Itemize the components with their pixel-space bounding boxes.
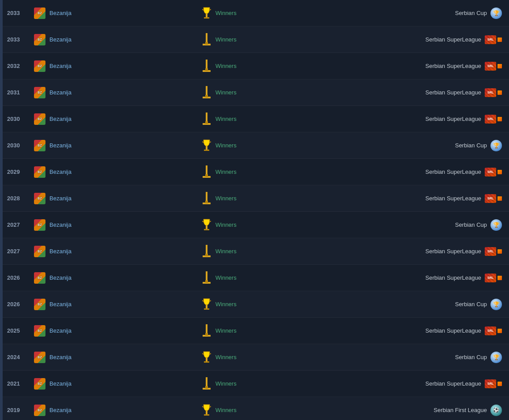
team-cell: BZ Bezanija: [34, 192, 201, 205]
year-cell: 2026: [7, 274, 34, 281]
trophy-icon: [201, 298, 212, 311]
team-name: Bezanija: [49, 327, 72, 334]
competition-cell: Serbian SuperLeague SRL: [290, 115, 502, 124]
team-cell: BZ Bezanija: [34, 219, 201, 231]
team-cell: BZ Bezanija: [34, 272, 201, 284]
trophy-cell: Winners: [201, 298, 290, 311]
team-logo: BZ: [34, 351, 46, 364]
competition-name: Serbian SuperLeague: [426, 380, 482, 387]
team-cell: BZ Bezanija: [34, 166, 201, 178]
trophy-cell: Winners: [201, 60, 290, 73]
team-logo: BZ: [34, 272, 46, 284]
competition-name: Serbian SuperLeague: [426, 89, 482, 96]
svg-rect-37: [204, 308, 209, 310]
svg-rect-26: [206, 225, 207, 229]
table-row: 2026 BZ Bezanija Winners Serbian Cup 🏆: [0, 291, 509, 318]
svg-rect-50: [206, 411, 207, 414]
table-row: 2033 BZ Bezanija Winners Serbian Cup 🏆: [0, 0, 509, 26]
table-row: 2028 BZ Bezanija Winners Serbian SuperLe…: [0, 185, 509, 212]
competition-logo: 🏆: [490, 8, 502, 19]
competition-cell: Serbian SuperLeague SRL: [290, 62, 502, 71]
result-text: Winners: [215, 63, 237, 69]
team-logo: BZ: [34, 404, 46, 416]
trophy-cell: Winners: [201, 86, 290, 99]
team-cell: BZ Bezanija: [34, 34, 201, 46]
competition-name: Serbian SuperLeague: [426, 36, 482, 43]
year-cell: 2031: [7, 89, 34, 96]
result-text: Winners: [215, 142, 237, 149]
competition-name: Serbian SuperLeague: [426, 63, 482, 69]
svg-rect-27: [204, 229, 209, 230]
svg-rect-47: [206, 377, 207, 387]
competition-logo: SRL: [485, 168, 502, 176]
competition-logo: 🏆: [490, 299, 502, 310]
trophy-icon: [201, 7, 212, 20]
result-text: Winners: [215, 116, 237, 122]
trophy-cell: Winners: [201, 192, 290, 205]
svg-rect-32: [205, 254, 208, 256]
svg-rect-10: [206, 86, 207, 96]
svg-rect-16: [206, 146, 207, 150]
svg-line-39: [210, 300, 211, 301]
year-cell: 2030: [7, 142, 34, 149]
table-row: 2032 BZ Bezanija Winners Serbian SuperLe…: [0, 53, 509, 79]
result-text: Winners: [215, 221, 237, 228]
competition-name: Serbian SuperLeague: [426, 195, 482, 202]
team-name: Bezanija: [49, 142, 72, 149]
competition-cell: Serbian SuperLeague SRL: [290, 326, 502, 335]
competition-cell: Serbian SuperLeague SRL: [290, 194, 502, 203]
result-text: Winners: [215, 195, 237, 202]
svg-rect-25: [205, 201, 208, 203]
table-row: 2027 BZ Bezanija Winners Serbian Cup 🏆: [0, 212, 509, 238]
result-text: Winners: [215, 10, 237, 16]
trophy-icon: [201, 324, 212, 338]
svg-line-28: [202, 221, 204, 222]
svg-rect-40: [206, 324, 207, 334]
competition-logo: 🏆: [490, 352, 502, 363]
svg-line-38: [202, 300, 204, 301]
competition-name: Serbian Cup: [455, 301, 487, 308]
svg-rect-6: [205, 42, 208, 45]
svg-line-2: [202, 9, 204, 10]
svg-rect-42: [205, 333, 208, 336]
trophy-icon: [201, 351, 212, 364]
trophy-icon: [201, 404, 212, 417]
svg-rect-12: [205, 95, 208, 98]
competition-cell: Serbian SuperLeague SRL: [290, 247, 502, 256]
result-text: Winners: [215, 89, 237, 96]
trophy-icon: [201, 60, 212, 73]
svg-rect-43: [206, 358, 207, 361]
year-cell: 2026: [7, 301, 34, 308]
competition-name: Serbian Cup: [455, 10, 487, 16]
trophy-cell: Winners: [201, 165, 290, 179]
competition-logo: 🏆: [490, 219, 502, 231]
result-text: Winners: [215, 248, 237, 255]
team-logo: BZ: [34, 7, 46, 19]
trophy-cell: Winners: [201, 404, 290, 417]
table-row: 2021 BZ Bezanija Winners Serbian SuperLe…: [0, 371, 509, 397]
team-logo: BZ: [34, 298, 46, 311]
team-name: Bezanija: [49, 195, 72, 202]
trophy-icon: [201, 271, 212, 285]
year-cell: 2025: [7, 327, 34, 334]
competition-logo: SRL: [485, 247, 502, 256]
team-logo: BZ: [34, 34, 46, 46]
team-logo: BZ: [34, 113, 46, 125]
competition-name: Serbian SuperLeague: [426, 327, 482, 334]
trophy-cell: Winners: [201, 7, 290, 20]
result-text: Winners: [215, 407, 237, 413]
team-cell: BZ Bezanija: [34, 139, 201, 152]
competition-logo: SRL: [485, 35, 502, 44]
competition-name: Serbian Cup: [455, 142, 487, 149]
table-row: 2029 BZ Bezanija Winners Serbian SuperLe…: [0, 159, 509, 185]
svg-rect-9: [205, 68, 208, 71]
trophy-icon: [201, 86, 212, 99]
svg-rect-22: [205, 174, 208, 177]
svg-rect-33: [206, 271, 207, 281]
team-name: Bezanija: [49, 248, 72, 255]
svg-rect-35: [205, 280, 208, 283]
competition-logo: SRL: [485, 194, 502, 203]
svg-rect-23: [206, 192, 207, 202]
competition-logo: SRL: [485, 274, 502, 282]
competition-cell: Serbian Cup 🏆: [290, 219, 502, 231]
